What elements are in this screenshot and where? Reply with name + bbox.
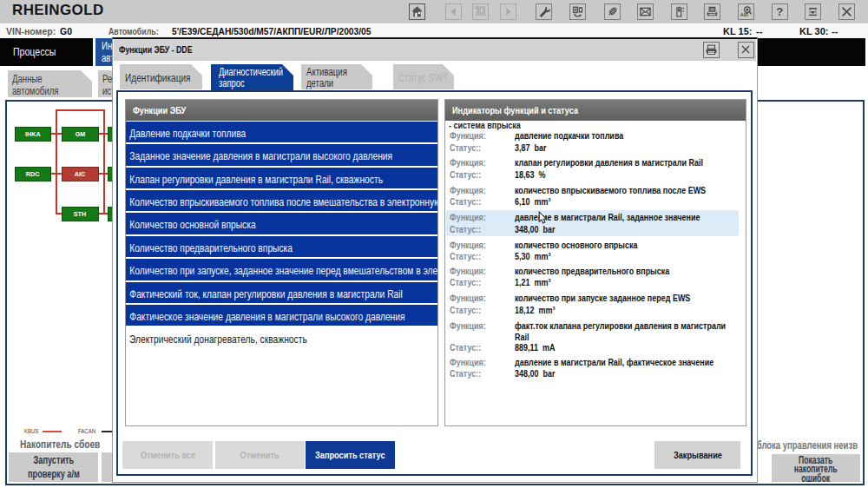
svg-text:?: ? <box>776 5 783 18</box>
svg-text:AIR: AIR <box>740 12 748 17</box>
